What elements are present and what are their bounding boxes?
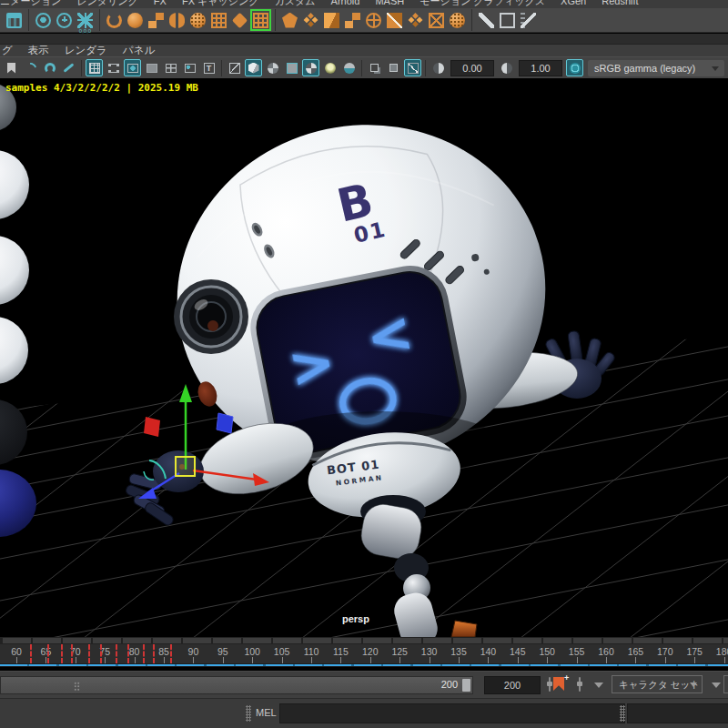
playback-options-arrow[interactable]: [594, 682, 603, 688]
frame-tick: [547, 657, 548, 663]
exposure-field[interactable]: 0.00: [450, 60, 494, 76]
lighting-icon[interactable]: [321, 59, 339, 76]
shadows-icon[interactable]: [340, 59, 358, 76]
dot-sphere-button[interactable]: [447, 9, 468, 31]
reset-time-button[interactable]: [54, 9, 75, 31]
cube-button[interactable]: [321, 9, 342, 31]
timeline-track[interactable]: 6065707580859095100105110115120125130135…: [0, 644, 728, 663]
cube-spin-button[interactable]: [229, 9, 250, 31]
grid-selected-button[interactable]: [250, 9, 271, 31]
diamond-grid-button[interactable]: [405, 9, 426, 31]
plane-handle-z[interactable]: [217, 413, 233, 433]
playback-speed-slider[interactable]: [549, 677, 551, 692]
resolution-gate-icon[interactable]: [124, 59, 141, 76]
bookmark-icon[interactable]: [3, 59, 20, 76]
panel-menu-1[interactable]: 表示: [28, 44, 49, 57]
menu-item-8[interactable]: XGen: [561, 0, 586, 8]
field-chart-icon[interactable]: [162, 59, 179, 76]
overlay-box-icon[interactable]: [404, 59, 421, 76]
grid-cube-button[interactable]: [208, 9, 229, 31]
cube-add-button[interactable]: [342, 9, 363, 31]
texture-placement-icon[interactable]: T: [200, 59, 217, 76]
panel-menu-2[interactable]: レンダラ: [65, 44, 107, 57]
animation-end-time-field[interactable]: [484, 676, 541, 694]
keyframe-tick: [100, 644, 102, 663]
image-plane-icon[interactable]: [181, 59, 198, 76]
hourglass-frame-button[interactable]: [426, 9, 447, 31]
panel-menu-3[interactable]: パネル: [123, 44, 155, 57]
panel-menu-bar: グ表示レンダラパネル: [0, 45, 728, 56]
wire-sphere-button[interactable]: [363, 9, 384, 31]
anim-layer-arrow[interactable]: [712, 682, 721, 688]
menu-item-1[interactable]: レンダリング: [76, 0, 138, 8]
menu-item-2[interactable]: FX: [154, 0, 167, 8]
textured-mode-icon[interactable]: [264, 59, 281, 76]
layered-sphere-button[interactable]: [125, 9, 146, 31]
rig-character-button[interactable]: [33, 9, 54, 31]
shelf-separator: [275, 9, 276, 31]
panel-menu-0[interactable]: グ: [2, 44, 13, 57]
contrast-icon: [501, 63, 512, 74]
anim-layer-dropdown[interactable]: アニメー: [723, 675, 728, 693]
pencil-icon[interactable]: [60, 59, 77, 76]
wireframe-on-shaded-icon[interactable]: [283, 59, 300, 76]
snap-magnet-icon[interactable]: [41, 59, 58, 76]
isolate-select-icon[interactable]: [366, 59, 383, 76]
menu-item-7[interactable]: モーション グラフィックス: [420, 0, 545, 8]
frame-tick: [76, 657, 76, 663]
menu-item-5[interactable]: Arnold: [331, 0, 360, 8]
menu-item-6[interactable]: MASH: [375, 0, 404, 8]
curve-ring-button[interactable]: [104, 9, 125, 31]
character-set-dropdown[interactable]: キャラクタ セットなし: [612, 675, 703, 693]
contrast-icon[interactable]: [498, 59, 515, 76]
grid-toggle-icon[interactable]: [86, 59, 103, 76]
shelf-window-button[interactable]: [4, 9, 25, 31]
zero-transform-button[interactable]: 0,0,0: [75, 9, 96, 31]
mel-command-input[interactable]: [279, 703, 625, 723]
mirror-button[interactable]: [167, 9, 187, 31]
time-slider[interactable]: 6065707580859095100105110115120125130135…: [0, 637, 728, 667]
menu-item-4[interactable]: カスタム: [275, 0, 316, 8]
shaded-mode-icon[interactable]: [245, 59, 262, 76]
timeline-bookmark-strip[interactable]: [0, 637, 728, 644]
audio-slider[interactable]: [579, 677, 581, 692]
view-transform-dropdown[interactable]: sRGB gamma (legacy): [588, 60, 724, 76]
curve-edit-icon[interactable]: [22, 59, 39, 76]
color-management-icon[interactable]: [566, 59, 583, 76]
bookmark-block: [273, 638, 301, 643]
script-output-field[interactable]: [627, 703, 728, 723]
film-gate-icon[interactable]: [105, 59, 122, 76]
diamond-stack-button[interactable]: [300, 9, 321, 31]
command-line-grip[interactable]: [246, 705, 251, 722]
rect-tool-button[interactable]: [497, 9, 518, 31]
viewport-3d[interactable]: > < B 01 BOT 01 NORMAN: [0, 78, 728, 637]
plane-handle-x[interactable]: [144, 417, 160, 437]
wireframe-mode-icon[interactable]: [226, 59, 243, 76]
range-slider[interactable]: 200: [0, 676, 473, 694]
command-line-bar: MEL: [0, 698, 728, 728]
menu-item-9[interactable]: Redshift: [602, 0, 638, 8]
gamma-field[interactable]: 1.00: [519, 60, 562, 76]
rotate-sphere-button[interactable]: [187, 9, 208, 31]
bookmark-add-icon[interactable]: [553, 677, 564, 691]
output-grip[interactable]: [620, 705, 625, 722]
pen-tool-button[interactable]: [518, 9, 539, 31]
frame-label-100: 100: [244, 646, 260, 657]
frame-tick: [635, 657, 636, 663]
gate-mask-icon[interactable]: [143, 59, 160, 76]
range-end-handle[interactable]: [462, 679, 470, 692]
frame-label-85: 85: [158, 646, 169, 657]
default-material-icon[interactable]: [302, 59, 319, 76]
range-slider-grip[interactable]: [74, 682, 80, 691]
crystal-button[interactable]: [279, 9, 300, 31]
fold-square-button[interactable]: [384, 9, 405, 31]
menu-item-3[interactable]: FX キャッシング: [182, 0, 259, 8]
menu-item-0[interactable]: ニメーション: [0, 0, 61, 8]
center-handle[interactable]: [176, 457, 195, 476]
axis-y-arrowhead[interactable]: [179, 384, 192, 402]
exposure-icon[interactable]: [430, 59, 447, 76]
frame-tick: [193, 657, 194, 663]
isolate-add-icon[interactable]: [385, 59, 402, 76]
knife-tool-button[interactable]: [476, 9, 497, 31]
grid-squares-button[interactable]: [146, 9, 167, 31]
